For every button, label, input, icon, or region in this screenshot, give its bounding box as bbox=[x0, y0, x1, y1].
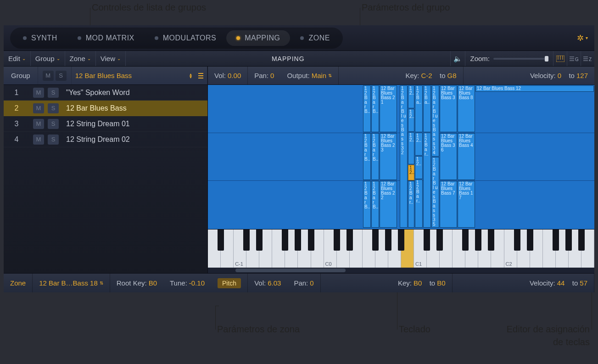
solo-button[interactable]: S bbox=[48, 103, 59, 113]
tab-modulators[interactable]: MODULATORS bbox=[145, 30, 226, 46]
solo-button[interactable]: S bbox=[48, 88, 59, 98]
group-name-select[interactable]: 12 Bar Blues Bass bbox=[72, 72, 187, 79]
mute-button[interactable]: M bbox=[33, 103, 44, 113]
black-key[interactable] bbox=[282, 230, 288, 251]
black-key[interactable] bbox=[436, 230, 443, 251]
menu-view[interactable]: View⌄ bbox=[96, 51, 126, 66]
zone-block[interactable]: 1 2 B a r B.. bbox=[363, 133, 371, 180]
menu-zone[interactable]: Zone⌄ bbox=[65, 51, 96, 66]
zone-block[interactable]: 12 Bar Blues Bass 36 bbox=[440, 133, 457, 180]
param-root-key[interactable]: Root Key: B0 bbox=[110, 274, 163, 292]
zone-block[interactable]: 1 2 B a.. bbox=[423, 85, 431, 132]
horizontal-scrollbar[interactable] bbox=[208, 268, 594, 273]
param-tune[interactable]: Tune: -0.10 bbox=[163, 274, 211, 292]
zone-block[interactable]: 1 2 B a r B l u e s B a s s 3 5 bbox=[431, 157, 439, 228]
zone-block[interactable]: 1 2 B a r B.. bbox=[363, 181, 371, 228]
zone-name-select[interactable]: 12 Bar B…Bass 18 ⇅ bbox=[33, 274, 110, 292]
zone-block[interactable]: 12 Bar Blues Bass 4 bbox=[458, 133, 475, 180]
zone-block-selected[interactable]: 1 2.. bbox=[408, 165, 414, 180]
solo-button[interactable]: S bbox=[48, 119, 59, 129]
menu-edit[interactable]: Edit⌄ bbox=[4, 51, 31, 66]
black-key[interactable] bbox=[424, 230, 430, 251]
black-key[interactable] bbox=[475, 230, 481, 251]
zone-block[interactable]: 12 Bar Blues Bass 8 bbox=[458, 85, 475, 132]
solo-button[interactable]: S bbox=[56, 71, 67, 81]
stepper-icon[interactable]: ▴▾ bbox=[187, 73, 195, 78]
black-key[interactable] bbox=[578, 230, 585, 251]
group-row[interactable]: 4 MS 12 String Dream 02 bbox=[4, 132, 207, 147]
pitch-button[interactable]: Pitch bbox=[218, 278, 241, 288]
tab-mapping[interactable]: MAPPING bbox=[226, 30, 290, 46]
slider-thumb[interactable] bbox=[545, 56, 548, 62]
zone-block[interactable]: 12 Bar Blues Bass 21 bbox=[380, 85, 397, 132]
view-keymap-button[interactable] bbox=[553, 51, 567, 66]
zone-block[interactable]: 1 2.. bbox=[415, 156, 423, 179]
zone-block[interactable]: 1 2.. bbox=[408, 132, 414, 164]
mute-button[interactable]: M bbox=[43, 71, 54, 81]
black-key[interactable] bbox=[553, 230, 559, 251]
param-vol[interactable]: Vol: 0.00 bbox=[208, 67, 248, 84]
view-zone-list-button[interactable]: Z bbox=[581, 51, 594, 66]
zone-block[interactable]: 1 2 B a.. bbox=[415, 85, 423, 132]
keyboard[interactable]: C-1C0C1C2 bbox=[208, 229, 594, 268]
zone-block[interactable]: 1 2.. bbox=[415, 133, 423, 156]
menu-group[interactable]: Group⌄ bbox=[31, 51, 65, 66]
black-key[interactable] bbox=[256, 230, 263, 251]
zone-block[interactable]: 12 Bar Blues Bass 7 bbox=[440, 181, 457, 228]
mute-button[interactable]: M bbox=[33, 88, 44, 98]
zone-block[interactable]: 1 2 B a r B l u e s B a s s 3 4 bbox=[431, 85, 439, 157]
black-key[interactable] bbox=[218, 230, 224, 251]
tab-synth[interactable]: SYNTH bbox=[13, 30, 67, 46]
black-key[interactable] bbox=[398, 230, 404, 251]
zone-block[interactable]: 12 Bar Blues Bass 17 bbox=[458, 181, 475, 228]
settings-menu-button[interactable]: ✲▾ bbox=[577, 33, 588, 43]
zone-block[interactable]: 1 2 B a r B.. bbox=[371, 133, 379, 180]
black-key[interactable] bbox=[243, 230, 250, 251]
zone-block[interactable]: 1 2 B a r B.. bbox=[371, 85, 379, 132]
zone-block[interactable]: 12 Bar Blues Bass 22 bbox=[380, 181, 397, 228]
mute-button[interactable]: M bbox=[33, 134, 44, 145]
group-row[interactable]: 1 MS "Yes" Spoken Word bbox=[4, 85, 207, 101]
param-key-range[interactable]: Key: C-2 to G8 bbox=[399, 67, 463, 84]
black-key[interactable] bbox=[462, 230, 469, 251]
black-key[interactable] bbox=[488, 230, 494, 251]
solo-button[interactable]: S bbox=[48, 134, 59, 145]
param-zone-velocity-range[interactable]: Velocity: 44 to 57 bbox=[523, 274, 594, 292]
zone-block[interactable]: 1 2 B a r.. bbox=[423, 133, 431, 228]
black-key[interactable] bbox=[295, 230, 301, 251]
param-velocity-range[interactable]: Velocity: 0 to 127 bbox=[524, 67, 594, 84]
zone-block[interactable]: 1 2 B a r B l u e s B a s s 3 2 bbox=[400, 85, 408, 228]
zone-block[interactable]: 1 2 B a r B.. bbox=[371, 181, 379, 228]
black-key[interactable] bbox=[347, 230, 353, 251]
zone-block[interactable]: 12 Bar Blues Bass 12 bbox=[475, 85, 594, 92]
black-key[interactable] bbox=[372, 230, 379, 251]
black-key[interactable] bbox=[565, 230, 572, 251]
group-row[interactable]: 3 MS 12 String Dream 01 bbox=[4, 116, 207, 132]
mute-button[interactable]: M bbox=[33, 119, 44, 129]
zone-block[interactable]: 1 2 B a r.. bbox=[415, 179, 423, 228]
zoom-slider[interactable] bbox=[493, 58, 548, 60]
group-row[interactable]: 2 MS 12 Bar Blues Bass bbox=[4, 101, 207, 116]
audition-toggle[interactable]: 🔈 bbox=[450, 51, 465, 66]
zone-block[interactable]: 12 Bar Blues Bass 3 bbox=[440, 85, 457, 132]
zone-block[interactable]: 1 2 B a r B.. bbox=[363, 85, 371, 132]
key-mapping-grid[interactable]: 1 2 B a r B.. 1 2 B a r B.. 12 Bar Blues… bbox=[208, 85, 594, 229]
group-list-toggle[interactable] bbox=[195, 67, 207, 84]
param-zone-pan[interactable]: Pan: 0 bbox=[287, 274, 320, 292]
black-key[interactable] bbox=[334, 230, 340, 251]
param-pan[interactable]: Pan: 0 bbox=[248, 67, 280, 84]
black-key[interactable] bbox=[514, 230, 520, 251]
view-group-list-button[interactable]: G bbox=[567, 51, 581, 66]
tab-zone[interactable]: ZONE bbox=[290, 30, 340, 46]
black-key[interactable] bbox=[527, 230, 533, 251]
tab-mod-matrix[interactable]: MOD MATRIX bbox=[67, 30, 145, 46]
black-key[interactable] bbox=[385, 230, 391, 251]
zone-block[interactable]: 1 2 B a r.. bbox=[408, 181, 414, 228]
param-zone-vol[interactable]: Vol: 6.03 bbox=[248, 274, 287, 292]
black-key[interactable] bbox=[308, 230, 314, 251]
zone-block[interactable]: 12 Bar Blues Bass 23 bbox=[380, 133, 397, 180]
pitch-toggle[interactable]: Pitch bbox=[211, 274, 248, 292]
zoom-control[interactable]: Zoom: bbox=[465, 51, 553, 66]
zone-block[interactable]: 1 2.. bbox=[408, 85, 414, 108]
param-zone-key-range[interactable]: Key: B0 to B0 bbox=[391, 274, 453, 292]
